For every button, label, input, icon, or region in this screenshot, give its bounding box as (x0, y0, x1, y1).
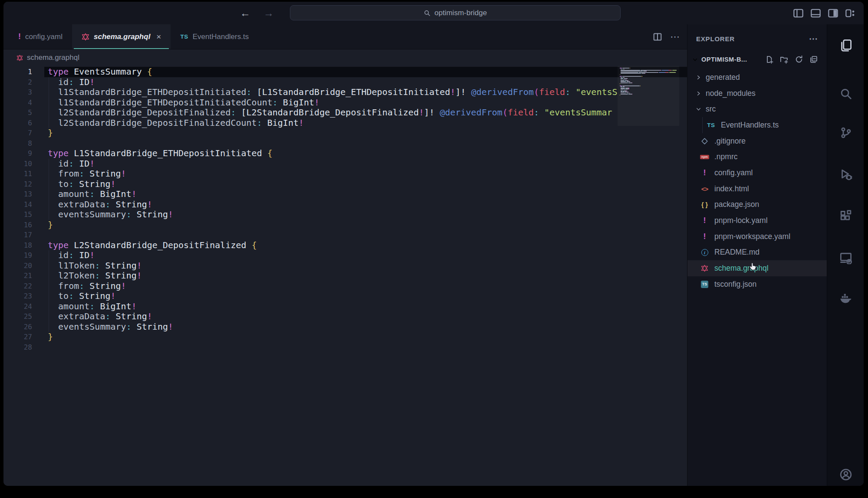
line-number: 17 (3, 230, 32, 240)
tab-EventHandlers.ts[interactable]: TSEventHandlers.ts (171, 24, 258, 49)
file-row-src[interactable]: src (687, 101, 827, 117)
layout-customize-icon[interactable] (845, 8, 856, 19)
indent-guide (49, 77, 49, 88)
ts-square-icon: TS (701, 281, 708, 288)
file-row-package.json[interactable]: { }package.json (687, 197, 827, 213)
file-label: pnpm-workspace.yaml (714, 232, 790, 241)
line-number: 27 (3, 332, 32, 342)
file-icon-box: { } (699, 201, 710, 208)
code-line: 12 to: String! (3, 179, 687, 190)
workspace-name: OPTIMISM-B... (701, 56, 747, 63)
back-arrow-icon[interactable]: ← (240, 7, 250, 19)
indent-guide (49, 281, 49, 292)
collapse-all-icon[interactable] (809, 55, 818, 64)
line-number: 16 (3, 220, 32, 230)
docker-activity-icon[interactable] (827, 291, 864, 304)
line-number: 4 (3, 98, 32, 108)
file-label: config.yaml (714, 168, 753, 177)
tab-label: config.yaml (25, 33, 62, 41)
line-number: 12 (3, 179, 32, 190)
line-number: 3 (3, 87, 32, 98)
file-icon-box: ! (699, 168, 710, 177)
npm-icon: npm (700, 155, 709, 159)
account-activity-icon[interactable] (827, 468, 864, 481)
file-row-generated[interactable]: generated (687, 69, 827, 85)
code-line: 7} (3, 128, 687, 138)
line-number: 25 (3, 311, 32, 322)
file-row-.npmrc[interactable]: npm.npmrc (687, 149, 827, 165)
layout-sidebar-right-icon[interactable] (828, 8, 838, 19)
search-activity-icon[interactable] (827, 87, 864, 100)
file-label: .gitignore (714, 137, 746, 146)
ts-icon: TS (180, 33, 188, 40)
file-icon-box: npm (699, 155, 710, 159)
code-line: 11 from: String! (3, 169, 687, 179)
file-row-pnpm-workspace.yaml[interactable]: !pnpm-workspace.yaml (687, 229, 827, 245)
code-line: 8 (3, 138, 687, 149)
file-row-index.html[interactable]: <>index.html (687, 181, 827, 197)
refresh-icon[interactable] (795, 55, 803, 64)
excl-icon: ! (704, 168, 706, 177)
extensions-activity-icon[interactable] (827, 210, 864, 223)
file-row-EventHandlers.ts[interactable]: TSEventHandlers.ts (687, 117, 827, 133)
tab-schema.graphql[interactable]: schema.graphql× (72, 24, 171, 49)
layout-sidebar-left-icon[interactable] (793, 8, 804, 19)
source-control-activity-icon[interactable] (827, 126, 864, 139)
file-row-README.md[interactable]: iREADME.md (687, 245, 827, 261)
file-row-config.yaml[interactable]: !config.yaml (687, 165, 827, 181)
code-line: 6 l2StandardBridge_DepositFinalizedCount… (3, 118, 687, 128)
file-label: generated (706, 73, 740, 82)
file-label: index.html (714, 184, 749, 193)
minimap[interactable] (618, 66, 679, 486)
close-icon[interactable]: × (156, 32, 161, 42)
git-icon (701, 138, 708, 145)
file-row-tsconfig.json[interactable]: TStsconfig.json (687, 276, 827, 292)
code-line: 23 to: String! (3, 291, 687, 301)
code-editor[interactable]: 1type EventsSummary {2 id: ID!3 l1Standa… (3, 66, 687, 486)
tab-bar: !config.yamlschema.graphql×TSEventHandle… (3, 24, 687, 49)
braces-icon: { } (701, 201, 708, 208)
file-row-.gitignore[interactable]: .gitignore (687, 133, 827, 149)
indent-guide (49, 250, 49, 261)
indent-guide (49, 301, 49, 312)
forward-arrow-icon[interactable]: → (263, 7, 274, 19)
files-activity-icon[interactable] (827, 39, 864, 52)
graphql-icon (16, 55, 23, 61)
tab-config.yaml[interactable]: !config.yaml (9, 24, 72, 49)
explorer-toolbar (765, 55, 818, 64)
code-line: 17 (3, 230, 687, 240)
graphql-icon (701, 265, 708, 272)
explorer-more-icon[interactable]: ⋯ (809, 33, 818, 44)
split-editor-icon[interactable] (653, 32, 662, 42)
tab-label: EventHandlers.ts (193, 33, 249, 41)
file-row-node_modules[interactable]: node_modules (687, 85, 827, 102)
line-number: 21 (3, 271, 32, 281)
file-icon-box: ! (699, 216, 710, 225)
code-line: 9type L1StandardBridge_ETHDepositInitiat… (3, 148, 687, 159)
ts-icon: TS (707, 122, 715, 128)
remote-activity-icon[interactable] (827, 251, 864, 264)
code-line: 19 id: ID! (3, 250, 687, 261)
workspace-section-header[interactable]: OPTIMISM-B... (687, 51, 827, 68)
line-number: 13 (3, 189, 32, 200)
graphql-icon (82, 33, 89, 41)
code-line: 13 amount: BigInt! (3, 189, 687, 200)
layout-panel-icon[interactable] (810, 8, 821, 19)
indent-guide (49, 261, 49, 271)
code-line: 5 l2StandardBridge_DepositFinalized: [L2… (3, 108, 687, 118)
file-row-pnpm-lock.yaml[interactable]: !pnpm-lock.yaml (687, 213, 827, 229)
new-file-icon[interactable] (765, 55, 774, 64)
new-folder-icon[interactable] (780, 55, 789, 64)
more-actions-icon[interactable]: ⋯ (670, 31, 680, 43)
code-line: 15 eventsSummary: String! (3, 210, 687, 220)
debug-activity-icon[interactable] (827, 168, 864, 181)
file-icon-box (699, 138, 710, 145)
breadcrumb[interactable]: schema.graphql (3, 49, 687, 66)
indent-guide (49, 189, 49, 200)
command-center-search[interactable]: optimism-bridge (290, 5, 621, 20)
minimap-lines (620, 68, 679, 97)
line-number: 14 (3, 200, 32, 210)
code-line: 24 amount: BigInt! (3, 301, 687, 312)
file-icon-box: <> (699, 185, 710, 193)
indent-guide (49, 322, 49, 332)
